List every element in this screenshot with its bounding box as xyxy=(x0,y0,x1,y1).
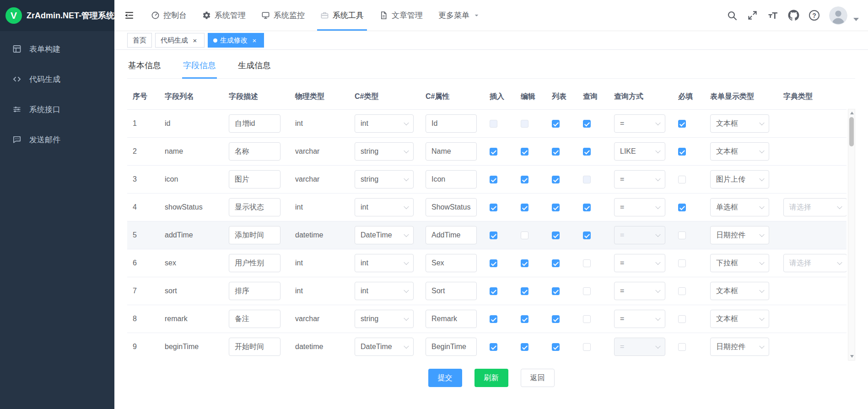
query-method-select[interactable]: = xyxy=(614,198,665,216)
csharp-type-select[interactable]: int xyxy=(355,114,414,133)
app-logo[interactable]: V ZrAdmin.NET-管理系统 xyxy=(0,0,114,31)
required-checkbox[interactable] xyxy=(678,231,686,239)
query-method-select[interactable]: = xyxy=(614,310,665,328)
required-checkbox[interactable] xyxy=(678,343,686,351)
insert-checkbox[interactable] xyxy=(490,204,497,211)
required-checkbox[interactable] xyxy=(678,315,686,323)
query-method-select[interactable]: = xyxy=(614,254,665,272)
csharp-type-select[interactable]: string xyxy=(355,142,414,161)
back-button[interactable]: 返回 xyxy=(521,369,555,387)
list-checkbox[interactable] xyxy=(552,315,560,323)
required-checkbox[interactable] xyxy=(678,259,686,267)
field-description-input[interactable] xyxy=(229,170,280,188)
close-icon[interactable] xyxy=(191,36,199,44)
dict-type-select[interactable]: 请选择 xyxy=(783,198,846,216)
nav-item-console[interactable]: 控制台 xyxy=(143,0,194,31)
query-method-select[interactable]: = xyxy=(614,114,665,133)
field-description-input[interactable] xyxy=(229,282,280,300)
help-button[interactable] xyxy=(809,10,819,21)
field-description-input[interactable] xyxy=(229,338,280,356)
insert-checkbox[interactable] xyxy=(490,259,497,267)
avatar[interactable] xyxy=(829,6,847,25)
required-checkbox[interactable] xyxy=(678,176,686,183)
csharp-property-input[interactable] xyxy=(426,170,477,188)
query-checkbox[interactable] xyxy=(583,231,591,239)
query-method-select[interactable]: = xyxy=(614,170,665,188)
display-type-select[interactable]: 日期控件 xyxy=(710,338,769,356)
insert-checkbox[interactable] xyxy=(490,343,497,351)
list-checkbox[interactable] xyxy=(552,148,560,156)
field-description-input[interactable] xyxy=(229,198,280,216)
field-description-input[interactable] xyxy=(229,114,280,133)
edit-checkbox[interactable] xyxy=(521,204,528,211)
field-description-input[interactable] xyxy=(229,310,280,328)
tag-generate-modify[interactable]: 生成修改 xyxy=(208,33,264,48)
hamburger-icon[interactable] xyxy=(124,10,135,21)
tag-code-generation[interactable]: 代码生成 xyxy=(155,33,205,48)
query-checkbox[interactable] xyxy=(583,120,591,128)
submit-button[interactable]: 提交 xyxy=(428,369,462,387)
insert-checkbox[interactable] xyxy=(490,287,497,295)
csharp-type-select[interactable]: string xyxy=(355,170,414,188)
csharp-type-select[interactable]: int xyxy=(355,254,414,272)
required-checkbox[interactable] xyxy=(678,120,686,128)
list-checkbox[interactable] xyxy=(552,287,560,295)
csharp-type-select[interactable]: int xyxy=(355,282,414,300)
required-checkbox[interactable] xyxy=(678,148,686,156)
list-checkbox[interactable] xyxy=(552,343,560,351)
edit-checkbox[interactable] xyxy=(521,176,528,183)
tab-generation-info[interactable]: 生成信息 xyxy=(237,60,272,78)
insert-checkbox[interactable] xyxy=(490,231,497,239)
list-checkbox[interactable] xyxy=(552,259,560,267)
csharp-type-select[interactable]: DateTime xyxy=(355,226,414,244)
display-type-select[interactable]: 文本框 xyxy=(710,310,769,328)
display-type-select[interactable]: 文本框 xyxy=(710,282,769,300)
csharp-property-input[interactable] xyxy=(426,338,477,356)
display-type-select[interactable]: 日期控件 xyxy=(710,226,769,244)
csharp-property-input[interactable] xyxy=(426,142,477,161)
csharp-type-select[interactable]: DateTime xyxy=(355,338,414,356)
required-checkbox[interactable] xyxy=(678,204,686,211)
csharp-type-select[interactable]: int xyxy=(355,198,414,216)
list-checkbox[interactable] xyxy=(552,204,560,211)
sidebar-item-send-mail[interactable]: 发送邮件 xyxy=(0,124,114,155)
display-type-select[interactable]: 文本框 xyxy=(710,114,769,133)
nav-item-system-management[interactable]: 系统管理 xyxy=(194,0,253,31)
edit-checkbox[interactable] xyxy=(521,315,528,323)
font-size-button[interactable] xyxy=(767,10,778,21)
required-checkbox[interactable] xyxy=(678,287,686,295)
query-checkbox[interactable] xyxy=(583,148,591,156)
nav-item-system-tools[interactable]: 系统工具 xyxy=(313,0,372,31)
list-checkbox[interactable] xyxy=(552,231,560,239)
list-checkbox[interactable] xyxy=(552,176,560,183)
fullscreen-button[interactable] xyxy=(747,10,758,21)
tab-basic-info[interactable]: 基本信息 xyxy=(127,60,162,78)
close-icon[interactable] xyxy=(250,36,259,44)
insert-checkbox[interactable] xyxy=(490,315,497,323)
query-checkbox[interactable] xyxy=(583,204,591,211)
field-description-input[interactable] xyxy=(229,254,280,272)
tab-field-info[interactable]: 字段信息 xyxy=(182,60,217,78)
query-checkbox[interactable] xyxy=(583,287,591,295)
edit-checkbox[interactable] xyxy=(521,148,528,156)
display-type-select[interactable]: 图片上传 xyxy=(710,170,769,188)
csharp-property-input[interactable] xyxy=(426,226,477,244)
insert-checkbox[interactable] xyxy=(490,176,497,183)
edit-checkbox[interactable] xyxy=(521,287,528,295)
refresh-button[interactable]: 刷新 xyxy=(474,369,508,387)
table-scrollbar[interactable] xyxy=(848,109,855,361)
csharp-property-input[interactable] xyxy=(426,254,477,272)
tag-home[interactable]: 首页 xyxy=(127,33,152,48)
csharp-property-input[interactable] xyxy=(426,310,477,328)
display-type-select[interactable]: 下拉框 xyxy=(710,254,769,272)
query-checkbox[interactable] xyxy=(583,343,591,351)
list-checkbox[interactable] xyxy=(552,120,560,128)
edit-checkbox[interactable] xyxy=(521,259,528,267)
edit-checkbox[interactable] xyxy=(521,343,528,351)
field-description-input[interactable] xyxy=(229,226,280,244)
field-description-input[interactable] xyxy=(229,142,280,161)
insert-checkbox[interactable] xyxy=(490,148,497,156)
scrollbar-up-arrow-icon[interactable] xyxy=(850,112,854,114)
scrollbar-thumb[interactable] xyxy=(849,117,854,146)
csharp-property-input[interactable] xyxy=(426,114,477,133)
